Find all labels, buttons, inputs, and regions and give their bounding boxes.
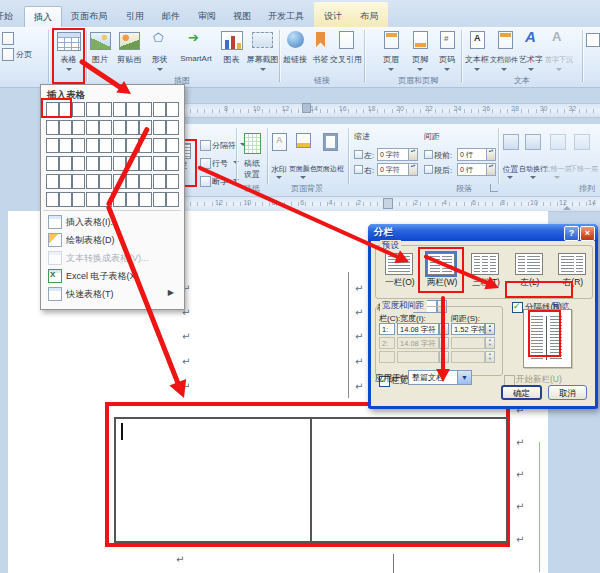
table-grid-cell[interactable] bbox=[153, 138, 166, 153]
page-break-icon[interactable] bbox=[2, 48, 14, 61]
separator-checkbox[interactable] bbox=[512, 302, 523, 313]
tab-insert[interactable]: 插入 bbox=[24, 6, 62, 27]
table-grid-cell[interactable] bbox=[72, 138, 85, 153]
paper-setup-button[interactable]: 稿纸 设置 bbox=[239, 128, 265, 188]
table-grid-cell[interactable] bbox=[59, 192, 72, 207]
spacing-before-input[interactable]: 0 行 bbox=[457, 148, 489, 161]
cancel-button[interactable]: 取消 bbox=[548, 385, 587, 400]
text-box-button[interactable]: A 文本框 bbox=[464, 28, 490, 84]
tab-developer[interactable]: 开发工具 bbox=[260, 6, 312, 26]
dialog-title-bar[interactable]: 分栏 ? × bbox=[368, 224, 598, 241]
table-grid-cell[interactable] bbox=[139, 156, 152, 171]
help-button[interactable]: ? bbox=[564, 226, 579, 241]
col-spacing-2[interactable] bbox=[451, 337, 485, 349]
table-grid-cell[interactable] bbox=[153, 156, 166, 171]
send-backward-button[interactable]: 下移一层 bbox=[570, 128, 600, 188]
inserted-table[interactable] bbox=[114, 417, 508, 543]
combo-dropdown-icon[interactable]: ▼ bbox=[457, 371, 471, 384]
tab-home[interactable]: 开始 bbox=[0, 6, 22, 26]
table-grid-cell[interactable] bbox=[86, 156, 99, 171]
table-grid-cell[interactable] bbox=[59, 120, 72, 135]
table-grid-cell[interactable] bbox=[46, 156, 59, 171]
table-grid-cell[interactable] bbox=[139, 174, 152, 189]
position-button[interactable]: 位置 bbox=[501, 128, 520, 188]
table-grid-cell[interactable] bbox=[113, 102, 126, 117]
table-grid-cell[interactable] bbox=[126, 102, 139, 117]
col-spacing-1-spinner[interactable]: ▴▾ bbox=[485, 323, 495, 335]
table-grid-cell[interactable] bbox=[59, 156, 72, 171]
table-grid-cell[interactable] bbox=[86, 138, 99, 153]
table-grid-cell[interactable] bbox=[46, 174, 59, 189]
table-grid-cell[interactable] bbox=[99, 156, 112, 171]
wrap-text-button[interactable]: 自动换行 bbox=[521, 128, 545, 188]
table-grid-cell[interactable] bbox=[46, 120, 59, 135]
table-grid-cell[interactable] bbox=[153, 120, 166, 135]
table-grid-cell[interactable] bbox=[126, 120, 139, 135]
table-grid-cell[interactable] bbox=[166, 102, 179, 117]
table-grid-cell[interactable] bbox=[59, 174, 72, 189]
col-width-3[interactable] bbox=[397, 351, 439, 363]
table-grid-cell[interactable] bbox=[166, 156, 179, 171]
col-spacing-3[interactable] bbox=[451, 351, 485, 363]
table-grid-cell[interactable] bbox=[153, 174, 166, 189]
table-grid-cell[interactable] bbox=[72, 120, 85, 135]
table-grid-cell[interactable] bbox=[86, 174, 99, 189]
table-cell-divider[interactable] bbox=[310, 419, 312, 541]
table-grid-cell[interactable] bbox=[113, 120, 126, 135]
preset-three-columns[interactable] bbox=[471, 253, 499, 275]
menu-item-quick-tables[interactable]: 快速表格(T) ▶ bbox=[42, 285, 182, 302]
clipart-button[interactable]: 剪贴画 bbox=[113, 28, 145, 84]
watermark-button[interactable]: A 水印 bbox=[269, 128, 289, 188]
table-grid-cell[interactable] bbox=[86, 102, 99, 117]
tab-page-layout[interactable]: 页面布局 bbox=[62, 6, 116, 26]
table-grid-cell[interactable] bbox=[72, 102, 85, 117]
table-grid-cell[interactable] bbox=[86, 120, 99, 135]
menu-item-excel-spreadsheet[interactable]: X Excel 电子表格(X) bbox=[42, 267, 182, 284]
page-break-button[interactable]: 分页 bbox=[14, 49, 34, 60]
table-grid-cell[interactable] bbox=[166, 120, 179, 135]
table-grid-cell[interactable] bbox=[113, 138, 126, 153]
close-button[interactable]: × bbox=[580, 226, 595, 241]
table-grid-cell[interactable] bbox=[72, 156, 85, 171]
table-grid-cell[interactable] bbox=[139, 102, 152, 117]
spacing-after-input[interactable]: 0 行 bbox=[457, 163, 489, 176]
chart-button[interactable]: 图表 bbox=[219, 28, 244, 84]
indent-right-spinner[interactable]: ▴▾ bbox=[408, 163, 418, 176]
table-grid-cell[interactable] bbox=[72, 192, 85, 207]
blank-page-icon[interactable] bbox=[2, 32, 14, 45]
table-grid-cell[interactable] bbox=[59, 138, 72, 153]
table-grid-cell[interactable] bbox=[99, 138, 112, 153]
table-grid-cell[interactable] bbox=[99, 174, 112, 189]
indent-right-input[interactable]: 0 字符 bbox=[377, 163, 411, 176]
table-grid-cell[interactable] bbox=[99, 120, 112, 135]
spacing-before-spinner[interactable]: ▴▾ bbox=[486, 148, 496, 161]
tab-layout[interactable]: 布局 bbox=[352, 6, 386, 26]
table-grid-cell[interactable] bbox=[166, 138, 179, 153]
ok-button[interactable]: 确定 bbox=[501, 385, 542, 400]
table-grid-cell[interactable] bbox=[99, 102, 112, 117]
spacing-after-spinner[interactable]: ▴▾ bbox=[486, 163, 496, 176]
drop-cap-button[interactable]: A 首字下沉 bbox=[544, 28, 574, 84]
table-grid-cell[interactable] bbox=[86, 192, 99, 207]
table-grid-cell[interactable] bbox=[166, 192, 179, 207]
col-spacing-3-spinner[interactable]: ▴▾ bbox=[485, 351, 495, 363]
preset-right[interactable] bbox=[558, 253, 586, 275]
preset-left[interactable] bbox=[515, 253, 543, 275]
tab-references[interactable]: 引用 bbox=[118, 6, 152, 26]
margin-marker[interactable] bbox=[383, 198, 393, 209]
tab-mailings[interactable]: 邮件 bbox=[154, 6, 188, 26]
menu-item-convert-text[interactable]: 文本转换成表格(V)... bbox=[42, 249, 182, 266]
line-numbers-button[interactable]: 行号 bbox=[212, 158, 232, 169]
col-width-2[interactable]: 14.08 字符 bbox=[397, 337, 439, 349]
tab-review[interactable]: 审阅 bbox=[190, 6, 224, 26]
col-spacing-2-spinner[interactable]: ▴▾ bbox=[485, 337, 495, 349]
paragraph-dialog-launcher[interactable] bbox=[490, 184, 498, 192]
page-color-button[interactable]: 页面颜色 bbox=[291, 128, 315, 188]
menu-item-draw-table[interactable]: 绘制表格(D) bbox=[42, 231, 182, 248]
table-grid-cell[interactable] bbox=[166, 174, 179, 189]
screenshot-button[interactable]: 屏幕截图 bbox=[245, 28, 280, 84]
table-grid-cell[interactable] bbox=[139, 192, 152, 207]
table-grid-cell[interactable] bbox=[46, 192, 59, 207]
col-spacing-1[interactable]: 1.52 字符 bbox=[451, 323, 485, 335]
table-grid-cell[interactable] bbox=[153, 102, 166, 117]
